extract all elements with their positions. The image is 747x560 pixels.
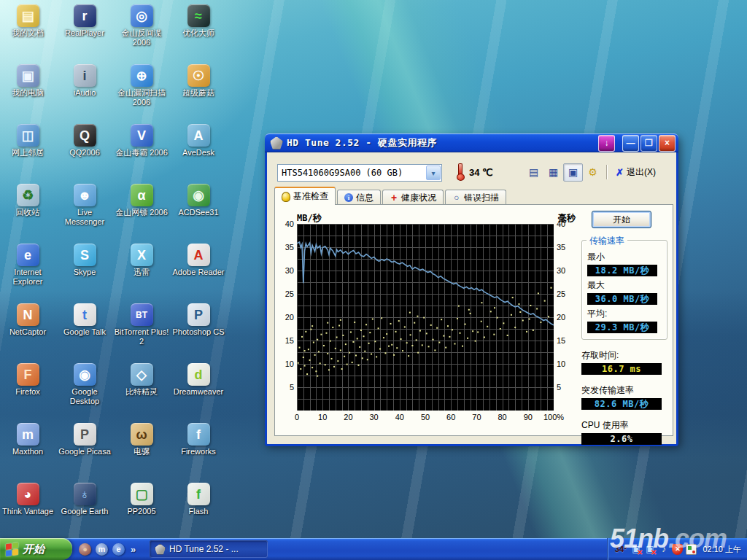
desktop-icon-emule[interactable]: ω电骡 <box>114 423 169 456</box>
desktop-icon-firefox[interactable]: FFirefox <box>0 363 55 397</box>
titlebar[interactable]: HD Tune 2.52 - 硬盘实用程序 ↓ — ❐ × <box>265 133 678 152</box>
desktop-icon-avedesk[interactable]: AAveDesk <box>171 124 226 158</box>
desktop-icon-kingsoft-antispy[interactable]: ◎金山反间谍 2006 <box>114 4 169 47</box>
quicklaunch-ie-icon[interactable]: e <box>112 543 125 556</box>
desktop-icon-youhua-dashi-label: 优化大师 <box>171 28 226 38</box>
desktop-icon-live-messenger[interactable]: ☻Live Messenger <box>57 184 112 227</box>
desktop-icon-bittorrent-plus[interactable]: BTBitTorrent Plus! 2 <box>114 303 169 346</box>
desktop-icon-qq2006[interactable]: QQQ2006 <box>57 124 112 158</box>
desktop-icon-kingsoft-antivirus-label: 金山毒霸 2006 <box>114 148 169 158</box>
tab-strip: 基准检查i信息+健康状况○错误扫描 <box>274 189 508 205</box>
desktop-icon-network-places-glyph: ◫ <box>17 124 39 147</box>
cpu-usage-value: 2.6% <box>581 433 662 445</box>
desktop-icon-photoshop-cs[interactable]: PPhotoshop CS <box>171 303 226 337</box>
start-benchmark-button[interactable]: 开始 <box>592 211 651 228</box>
desktop-icon-network-places[interactable]: ◫网上邻居 <box>0 124 55 158</box>
tab-4[interactable]: ○错误扫描 <box>445 190 506 205</box>
tray-clock[interactable]: 02:10 上午 <box>703 544 741 555</box>
desktop-icon-think-vantage[interactable]: ◕Think Vantage <box>0 483 55 516</box>
burst-rate-label: 突发传输速率 <box>581 384 667 397</box>
network-disconnected-icon-1[interactable]: ▣✕ <box>630 544 641 555</box>
y-tick: 40 <box>557 219 565 228</box>
start-button[interactable]: 开始 <box>0 538 72 560</box>
quick-launch-chevron-icon[interactable]: » <box>131 544 136 555</box>
hdtune-task-label: HD Tune 2.52 - ... <box>169 544 239 554</box>
volume-icon[interactable]: ♪ <box>658 544 669 555</box>
desktop-icon-bitspirit[interactable]: ◇比特精灵 <box>114 363 169 397</box>
copy-text-button[interactable]: ▤ <box>524 163 543 182</box>
network-disconnected-icon-2[interactable]: ▣✕ <box>644 544 655 555</box>
chevron-down-icon[interactable]: ▾ <box>426 166 441 180</box>
desktop-icon-fireworks[interactable]: fFireworks <box>171 423 226 456</box>
min-label: 最小 <box>587 251 662 263</box>
desktop-icon-youhua-dashi[interactable]: ≈优化大师 <box>171 4 226 38</box>
tab-1[interactable]: 基准检查 <box>274 187 336 205</box>
security-shield-icon[interactable]: ✕ <box>672 544 683 555</box>
desktop-icon-fireworks-label: Fireworks <box>171 447 226 456</box>
x-tick: 20 <box>344 413 352 421</box>
minimize-button[interactable]: — <box>622 135 639 152</box>
copy-image-button[interactable]: ▦ <box>543 163 563 182</box>
desktop-icon-super-mushroom[interactable]: ☉超级蘑菇 <box>171 64 226 98</box>
left-axis-label: MB/秒 <box>297 212 322 225</box>
quicklaunch-browser-icon[interactable]: ● <box>79 543 91 556</box>
desktop-icon-thunder-label: 迅雷 <box>114 268 169 277</box>
desktop-icon-realplayer-glyph: r <box>74 4 96 27</box>
y-tick: 20 <box>557 313 565 322</box>
desktop-icon-my-documents[interactable]: ▤我的文档 <box>0 4 55 38</box>
desktop-icon-skype[interactable]: SSkype <box>57 244 112 277</box>
desktop-icon-acdsee31[interactable]: ◉ACDSee31 <box>171 184 226 217</box>
desktop-icon-kingsoft-scan[interactable]: ⊕金山漏洞扫描 2006 <box>114 64 169 107</box>
y-axis-right: 403530252015105 <box>555 224 573 411</box>
burst-rate-value: 82.6 MB/秒 <box>581 398 662 410</box>
desktop-icon-maxthon-glyph: m <box>17 423 39 446</box>
desktop-icon-adobe-reader-glyph: A <box>187 244 210 266</box>
messenger-tray-icon[interactable] <box>686 544 697 555</box>
download-skin-button[interactable]: ↓ <box>598 135 615 152</box>
desktop-icon-google-desktop-label: Google Desktop <box>57 387 112 406</box>
desktop-icon-google-earth[interactable]: ♁Google Earth <box>57 483 112 516</box>
desktop-icon-recycle-bin[interactable]: ♻回收站 <box>0 184 55 217</box>
desktop-icon-thunder[interactable]: X迅雷 <box>114 244 169 277</box>
benchmark-panel: MB/秒 毫秒 403530252015105 403530252015105 … <box>274 204 673 436</box>
desktop-icon-live-messenger-glyph: ☻ <box>74 184 96 206</box>
desktop-icon-my-computer[interactable]: ▣我的电脑 <box>0 64 55 98</box>
desktop-icon-kingsoft-antivirus[interactable]: V金山毒霸 2006 <box>114 124 169 158</box>
desktop-icon-google-talk[interactable]: tGoogle Talk <box>57 303 112 337</box>
save-screenshot-button[interactable]: ▣ <box>563 163 583 182</box>
system-tray: 34° ▣✕▣✕♪✕ 02:10 上午 <box>607 538 747 560</box>
desktop-icon-flash[interactable]: fFlash <box>171 483 226 516</box>
maximize-button[interactable]: ❐ <box>640 135 657 152</box>
desktop-icon-kingsoft-antispy-glyph: ◎ <box>131 4 153 27</box>
options-button[interactable]: ⚙ <box>583 163 603 182</box>
y-tick: 35 <box>285 243 294 252</box>
desktop-icon-firefox-glyph: F <box>17 363 39 386</box>
desktop-icon-iaudio[interactable]: iiAudio <box>57 64 112 98</box>
desktop-icon-pp2005[interactable]: ▢PP2005 <box>114 483 169 516</box>
desktop-icon-kingsoft-firewall[interactable]: α金山网镖 2006 <box>114 184 169 217</box>
quick-launch: ●me» <box>79 538 136 560</box>
desktop-icon-bittorrent-plus-label: BitTorrent Plus! 2 <box>114 327 169 346</box>
desktop-icon-adobe-reader-label: Adobe Reader <box>171 268 226 277</box>
quicklaunch-maxthon-icon[interactable]: m <box>96 543 108 556</box>
tab-3[interactable]: +健康状况 <box>382 190 444 205</box>
desktop-icon-google-picasa[interactable]: PGoogle Picasa <box>57 423 112 456</box>
desktop-icon-realplayer[interactable]: rRealPlayer <box>57 4 112 38</box>
toolbar-separator <box>606 165 608 179</box>
desktop-icon-dreamweaver[interactable]: dDreamweaver <box>171 363 226 397</box>
hdtune-task-button[interactable]: HD Tune 2.52 - ... <box>150 540 268 558</box>
desktop-icon-google-desktop[interactable]: ◉Google Desktop <box>57 363 112 406</box>
desktop-icon-internet-explorer-glyph: e <box>17 244 39 266</box>
desktop-icon-my-computer-label: 我的电脑 <box>0 88 55 98</box>
close-button[interactable]: × <box>659 135 676 152</box>
tab-2[interactable]: i信息 <box>337 190 381 205</box>
desktop-icon-netcaptor[interactable]: NNetCaptor <box>0 303 55 337</box>
drive-select[interactable]: HTS541060G9SA00 (60 GB) ▾ <box>277 164 442 182</box>
max-label: 最大 <box>587 279 662 292</box>
desktop-icon-internet-explorer[interactable]: eInternet Explorer <box>0 244 55 287</box>
exit-button[interactable]: ✗ 退出(X) <box>611 165 660 180</box>
info-icon: i <box>344 193 353 202</box>
desktop-icon-maxthon[interactable]: mMaxthon <box>0 423 55 456</box>
desktop-icon-photoshop-cs-glyph: P <box>187 303 210 326</box>
desktop-icon-adobe-reader[interactable]: AAdobe Reader <box>171 244 226 277</box>
